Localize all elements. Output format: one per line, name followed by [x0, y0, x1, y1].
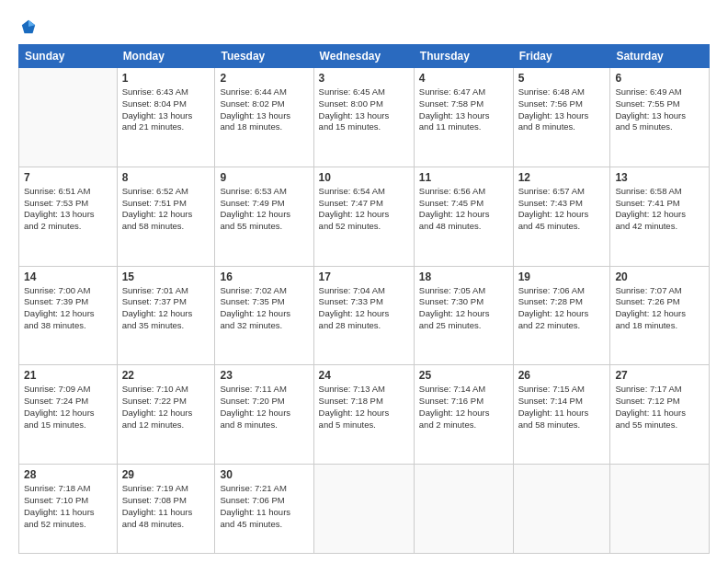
day-number: 5 [518, 72, 606, 85]
cell-content: Sunrise: 6:57 AMSunset: 7:43 PMDaylight:… [518, 186, 606, 233]
calendar-cell: 24Sunrise: 7:13 AMSunset: 7:18 PMDayligh… [313, 365, 414, 465]
calendar-cell: 5Sunrise: 6:48 AMSunset: 7:56 PMDaylight… [513, 68, 610, 167]
cell-content: Sunrise: 7:00 AMSunset: 7:39 PMDaylight:… [24, 285, 112, 332]
cell-content: Sunrise: 6:53 AMSunset: 7:49 PMDaylight:… [220, 186, 308, 233]
calendar-cell: 30Sunrise: 7:21 AMSunset: 7:06 PMDayligh… [215, 465, 313, 554]
calendar-cell: 6Sunrise: 6:49 AMSunset: 7:55 PMDaylight… [610, 68, 710, 167]
calendar-cell: 10Sunrise: 6:54 AMSunset: 7:47 PMDayligh… [313, 167, 414, 266]
day-number: 3 [319, 72, 409, 85]
calendar-cell: 20Sunrise: 7:07 AMSunset: 7:26 PMDayligh… [610, 266, 710, 365]
day-number: 28 [24, 468, 112, 481]
header [18, 18, 710, 35]
cell-content: Sunrise: 7:13 AMSunset: 7:18 PMDaylight:… [319, 384, 409, 431]
calendar-cell: 21Sunrise: 7:09 AMSunset: 7:24 PMDayligh… [19, 365, 118, 465]
cell-content: Sunrise: 7:06 AMSunset: 7:28 PMDaylight:… [518, 285, 606, 332]
cell-content: Sunrise: 7:14 AMSunset: 7:16 PMDaylight:… [419, 384, 508, 431]
calendar-cell: 9Sunrise: 6:53 AMSunset: 7:49 PMDaylight… [215, 167, 313, 266]
day-number: 10 [319, 171, 409, 184]
logo-icon [20, 18, 37, 35]
day-number: 14 [24, 270, 112, 283]
calendar-cell: 3Sunrise: 6:45 AMSunset: 8:00 PMDaylight… [313, 68, 414, 167]
day-number: 11 [419, 171, 508, 184]
header-monday: Monday [117, 45, 215, 68]
calendar-cell: 15Sunrise: 7:01 AMSunset: 7:37 PMDayligh… [117, 266, 215, 365]
week-row-3: 21Sunrise: 7:09 AMSunset: 7:24 PMDayligh… [19, 365, 710, 465]
day-number: 16 [220, 270, 308, 283]
day-number: 20 [615, 270, 704, 283]
calendar-cell: 12Sunrise: 6:57 AMSunset: 7:43 PMDayligh… [513, 167, 610, 266]
cell-content: Sunrise: 6:56 AMSunset: 7:45 PMDaylight:… [419, 186, 508, 233]
calendar-cell: 14Sunrise: 7:00 AMSunset: 7:39 PMDayligh… [19, 266, 118, 365]
day-number: 30 [220, 468, 308, 481]
cell-content: Sunrise: 6:52 AMSunset: 7:51 PMDaylight:… [122, 186, 210, 233]
calendar-cell [313, 465, 414, 554]
cell-content: Sunrise: 6:48 AMSunset: 7:56 PMDaylight:… [518, 86, 606, 133]
calendar-cell [19, 68, 118, 167]
cell-content: Sunrise: 7:17 AMSunset: 7:12 PMDaylight:… [615, 384, 704, 431]
cell-content: Sunrise: 6:47 AMSunset: 7:58 PMDaylight:… [419, 86, 508, 133]
day-number: 27 [615, 369, 704, 382]
cell-content: Sunrise: 7:15 AMSunset: 7:14 PMDaylight:… [518, 384, 606, 431]
day-number: 12 [518, 171, 606, 184]
calendar-cell: 27Sunrise: 7:17 AMSunset: 7:12 PMDayligh… [610, 365, 710, 465]
cell-content: Sunrise: 7:09 AMSunset: 7:24 PMDaylight:… [24, 384, 112, 431]
calendar-cell: 23Sunrise: 7:11 AMSunset: 7:20 PMDayligh… [215, 365, 313, 465]
calendar-cell: 25Sunrise: 7:14 AMSunset: 7:16 PMDayligh… [414, 365, 513, 465]
cell-content: Sunrise: 6:54 AMSunset: 7:47 PMDaylight:… [319, 186, 409, 233]
header-row: SundayMondayTuesdayWednesdayThursdayFrid… [19, 45, 710, 68]
calendar-cell [610, 465, 710, 554]
cell-content: Sunrise: 6:51 AMSunset: 7:53 PMDaylight:… [24, 186, 112, 233]
calendar-cell: 22Sunrise: 7:10 AMSunset: 7:22 PMDayligh… [117, 365, 215, 465]
day-number: 26 [518, 369, 606, 382]
calendar-cell: 18Sunrise: 7:05 AMSunset: 7:30 PMDayligh… [414, 266, 513, 365]
calendar-cell [513, 465, 610, 554]
page: SundayMondayTuesdayWednesdayThursdayFrid… [0, 0, 728, 563]
header-wednesday: Wednesday [313, 45, 414, 68]
week-row-4: 28Sunrise: 7:18 AMSunset: 7:10 PMDayligh… [19, 465, 710, 554]
cell-content: Sunrise: 7:02 AMSunset: 7:35 PMDaylight:… [220, 285, 308, 332]
calendar-cell: 19Sunrise: 7:06 AMSunset: 7:28 PMDayligh… [513, 266, 610, 365]
day-number: 4 [419, 72, 508, 85]
cell-content: Sunrise: 7:04 AMSunset: 7:33 PMDaylight:… [319, 285, 409, 332]
calendar-cell: 16Sunrise: 7:02 AMSunset: 7:35 PMDayligh… [215, 266, 313, 365]
cell-content: Sunrise: 7:07 AMSunset: 7:26 PMDaylight:… [615, 285, 704, 332]
day-number: 29 [122, 468, 210, 481]
cell-content: Sunrise: 6:45 AMSunset: 8:00 PMDaylight:… [319, 86, 409, 133]
day-number: 9 [220, 171, 308, 184]
day-number: 8 [122, 171, 210, 184]
cell-content: Sunrise: 6:43 AMSunset: 8:04 PMDaylight:… [122, 86, 210, 133]
day-number: 24 [319, 369, 409, 382]
calendar-cell: 29Sunrise: 7:19 AMSunset: 7:08 PMDayligh… [117, 465, 215, 554]
cell-content: Sunrise: 7:05 AMSunset: 7:30 PMDaylight:… [419, 285, 508, 332]
header-thursday: Thursday [414, 45, 513, 68]
cell-content: Sunrise: 6:44 AMSunset: 8:02 PMDaylight:… [220, 86, 308, 133]
day-number: 18 [419, 270, 508, 283]
cell-content: Sunrise: 7:21 AMSunset: 7:06 PMDaylight:… [220, 483, 308, 530]
cell-content: Sunrise: 7:18 AMSunset: 7:10 PMDaylight:… [24, 483, 112, 530]
cell-content: Sunrise: 6:49 AMSunset: 7:55 PMDaylight:… [615, 86, 704, 133]
calendar-cell: 4Sunrise: 6:47 AMSunset: 7:58 PMDaylight… [414, 68, 513, 167]
calendar-cell [414, 465, 513, 554]
day-number: 23 [220, 369, 308, 382]
week-row-1: 7Sunrise: 6:51 AMSunset: 7:53 PMDaylight… [19, 167, 710, 266]
calendar-cell: 2Sunrise: 6:44 AMSunset: 8:02 PMDaylight… [215, 68, 313, 167]
day-number: 2 [220, 72, 308, 85]
calendar-cell: 13Sunrise: 6:58 AMSunset: 7:41 PMDayligh… [610, 167, 710, 266]
day-number: 7 [24, 171, 112, 184]
cell-content: Sunrise: 7:19 AMSunset: 7:08 PMDaylight:… [122, 483, 210, 530]
calendar-cell: 7Sunrise: 6:51 AMSunset: 7:53 PMDaylight… [19, 167, 118, 266]
week-row-0: 1Sunrise: 6:43 AMSunset: 8:04 PMDaylight… [19, 68, 710, 167]
day-number: 1 [122, 72, 210, 85]
day-number: 6 [615, 72, 704, 85]
calendar-cell: 11Sunrise: 6:56 AMSunset: 7:45 PMDayligh… [414, 167, 513, 266]
cell-content: Sunrise: 7:11 AMSunset: 7:20 PMDaylight:… [220, 384, 308, 431]
cell-content: Sunrise: 7:01 AMSunset: 7:37 PMDaylight:… [122, 285, 210, 332]
header-friday: Friday [513, 45, 610, 68]
cell-content: Sunrise: 6:58 AMSunset: 7:41 PMDaylight:… [615, 186, 704, 233]
calendar-cell: 28Sunrise: 7:18 AMSunset: 7:10 PMDayligh… [19, 465, 118, 554]
logo [18, 18, 37, 35]
calendar-cell: 26Sunrise: 7:15 AMSunset: 7:14 PMDayligh… [513, 365, 610, 465]
day-number: 15 [122, 270, 210, 283]
day-number: 17 [319, 270, 409, 283]
header-tuesday: Tuesday [215, 45, 313, 68]
